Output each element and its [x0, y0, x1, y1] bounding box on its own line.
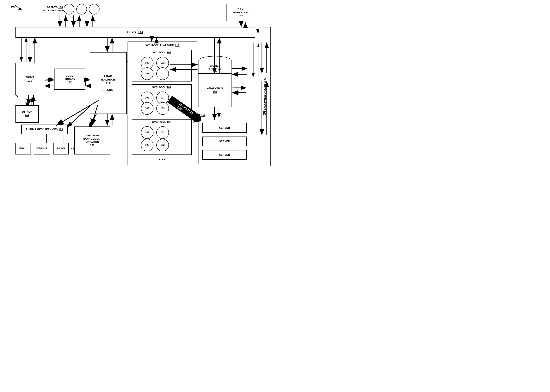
- svc-pool-102-box: SVC POOL 102 103 103 103 103: [132, 50, 192, 82]
- agents-ref: 118: [58, 6, 63, 9]
- shared-storage-ref: 106: [213, 70, 217, 73]
- svc-pool-104-label: SVC POOL 104: [132, 86, 191, 89]
- third-party-label: THIRD PARTY SERVICES 128: [26, 128, 63, 131]
- website-label: WEBSITE: [36, 147, 48, 150]
- third-party-box: THIRD PARTY SERVICES 128: [21, 125, 68, 134]
- email-label: EMAIL: [19, 147, 27, 150]
- server1-label: SERVER: [219, 126, 230, 130]
- server3-box: SERVER: [202, 150, 247, 160]
- svc-pool-108-label: SVC POOL 108: [132, 120, 191, 124]
- agent-circle-3: [89, 4, 100, 14]
- crm-label: CRM WORKFLOW: [232, 8, 249, 14]
- node-103-8: 103: [156, 102, 169, 115]
- svc-pool-platform-box: SVC POOL PLATFORM 110 SVC POOL 102 103 1…: [128, 42, 197, 165]
- business-ops-bar: BUSINESS OPERATIONS 140: [259, 27, 271, 166]
- svc-pool-platform-label: SVC POOL PLATFORM 110: [128, 44, 197, 47]
- business-ops-label: BUSINESS OPERATIONS 140: [263, 78, 266, 115]
- affiliate-box: AFFILIATEMANAGEMENTNETWORK138: [74, 126, 110, 154]
- skins-stack: SKINS120: [15, 63, 46, 99]
- ref-100-arrow: [13, 3, 24, 13]
- node-103-11: 103: [141, 139, 153, 151]
- agent-circle-2: [76, 4, 87, 14]
- svc-pool-108-box: SVC POOL 108 103 103 103 103: [132, 119, 192, 155]
- oss-bar: O S S 114: [15, 27, 255, 38]
- client-box: CLIENT101: [15, 105, 39, 123]
- client-label: CLIENT101: [22, 111, 32, 117]
- code-library-label: CODELIBRARY122: [64, 74, 76, 84]
- server1-box: SERVER: [202, 123, 247, 133]
- analytics-label: ANALYTICS134: [207, 87, 223, 94]
- analytics-box: ANALYTICS134: [198, 73, 232, 107]
- ellipsis-dots: • • •: [128, 157, 197, 162]
- node-103-10: 103: [156, 126, 169, 139]
- node-103-3: 103: [141, 67, 153, 80]
- server3-label: SERVER: [219, 153, 230, 157]
- agents-label: AGENTS 118 (WITH PERMISSIONS): [43, 6, 67, 12]
- node-103-7: 103: [141, 102, 153, 115]
- diagram: 100 AGENTS 118 (WITH PERMISSIONS) CRM WO…: [0, 0, 275, 196]
- code-library-box: CODELIBRARY122: [54, 69, 85, 90]
- load-balance-label: LOADBALANCE112STACK: [101, 74, 115, 92]
- ecom-label: E-COM: [57, 147, 65, 150]
- skins-label: SKINS120: [25, 76, 34, 83]
- server2-label: SERVER: [219, 140, 230, 143]
- node-103-12: 103: [156, 139, 169, 151]
- oss-label: O S S 114: [127, 30, 143, 34]
- svg-line-38: [14, 5, 22, 11]
- node-103-9: 103: [141, 126, 153, 139]
- server-group-ref: 132: [201, 114, 205, 117]
- load-balance-box: LOADBALANCE112STACK: [90, 52, 127, 114]
- affiliate-label: AFFILIATEMANAGEMENTNETWORK138: [83, 134, 102, 147]
- crm-workflow-box: CRM WORKFLOW 124: [226, 4, 255, 21]
- server2-box: SERVER: [202, 137, 247, 146]
- node-103-4: 103: [156, 67, 169, 80]
- third-party-lines: [19, 134, 77, 146]
- shared-storage-label: SHAREDSTORAGE: [209, 64, 221, 70]
- crm-ref: 124: [238, 14, 243, 17]
- server-group-box: SERVER SERVER SERVER: [198, 120, 252, 164]
- agent-circle-1: [64, 4, 74, 14]
- svc-pool-102-label: SVC POOL 102: [132, 51, 191, 54]
